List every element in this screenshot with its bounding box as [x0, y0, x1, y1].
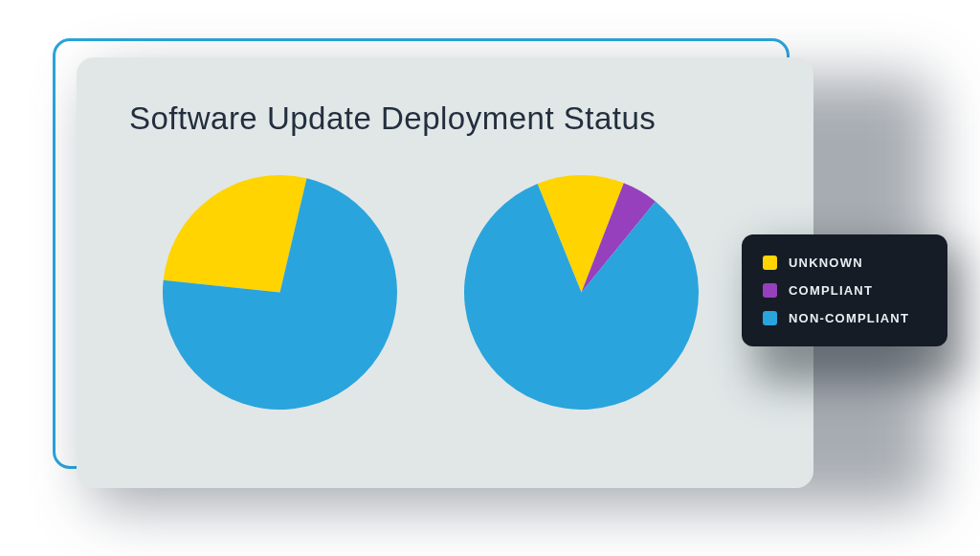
charts-row [163, 175, 761, 410]
legend-item-compliant: COMPLIANT [763, 283, 926, 298]
legend-item-non-compliant: NON-COMPLIANT [763, 311, 926, 325]
swatch-compliant [763, 283, 777, 298]
swatch-non-compliant [763, 311, 777, 325]
pie-chart-2 [464, 175, 699, 410]
legend-label-non-compliant: NON-COMPLIANT [789, 311, 909, 325]
legend-label-unknown: UNKNOWN [789, 256, 863, 270]
pie-chart-1 [163, 175, 397, 410]
status-card: Software Update Deployment Status [77, 57, 813, 488]
card-title: Software Update Deployment Status [129, 100, 761, 137]
swatch-unknown [763, 256, 777, 270]
legend: UNKNOWN COMPLIANT NON-COMPLIANT [742, 234, 947, 346]
legend-label-compliant: COMPLIANT [789, 283, 873, 298]
legend-item-unknown: UNKNOWN [763, 256, 926, 270]
